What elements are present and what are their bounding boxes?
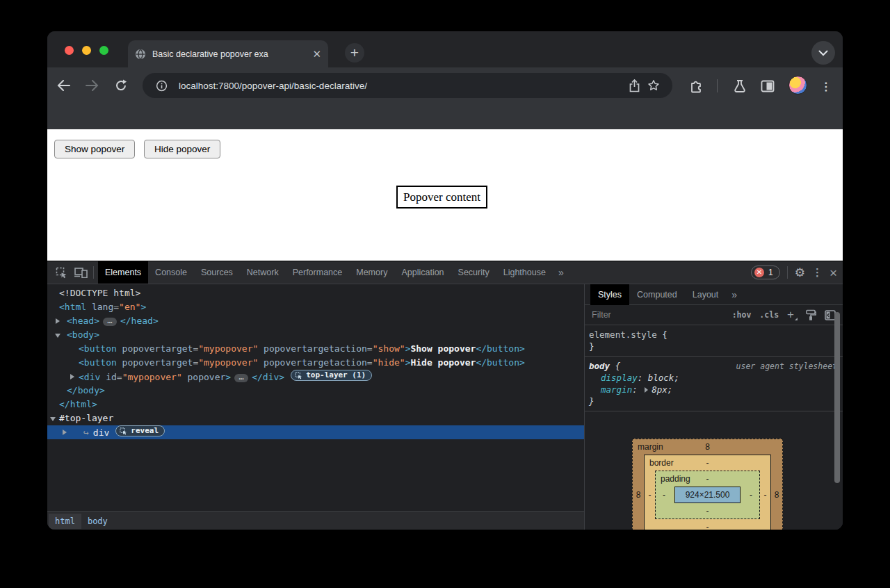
collapse-arrow-icon[interactable] — [50, 417, 56, 421]
console-error-badge[interactable]: ✕ 1 — [751, 266, 780, 279]
bookmark-star-icon[interactable] — [644, 76, 663, 95]
close-window-button[interactable] — [65, 46, 74, 55]
expand-arrow-icon[interactable] — [70, 374, 74, 379]
more-panels-chevron[interactable]: » — [553, 267, 569, 278]
dom-tree-row[interactable]: <button popovertarget="mypopover" popove… — [47, 342, 584, 356]
dom-token-tag: </button> — [476, 357, 524, 368]
url-text[interactable]: localhost:7800/popover-api/basic-declara… — [179, 81, 624, 91]
css-rule-element-style[interactable]: element.style {} — [585, 325, 843, 357]
css-selector: element.style — [589, 329, 657, 340]
devtools-tab-lighthouse[interactable]: Lighthouse — [496, 261, 553, 284]
sidebar-tab-computed[interactable]: Computed — [629, 284, 685, 305]
toggle-class-button[interactable]: .cls — [759, 310, 779, 320]
dom-tree-row[interactable]: <!DOCTYPE html> — [47, 286, 584, 300]
devtools-tab-application[interactable]: Application — [394, 261, 451, 284]
experiments-flask-icon[interactable] — [729, 75, 751, 97]
reload-button[interactable] — [109, 74, 132, 97]
share-icon[interactable] — [624, 76, 644, 95]
collapsed-content-ellipsis[interactable]: … — [103, 318, 117, 326]
devtools-tab-network[interactable]: Network — [240, 261, 286, 284]
dom-token-attr: popover — [182, 372, 226, 382]
collapsed-content-ellipsis[interactable]: … — [234, 374, 248, 382]
collapse-arrow-icon[interactable] — [55, 334, 60, 338]
browser-toolbar: localhost:7800/popover-api/basic-declara… — [47, 67, 843, 129]
forward-button[interactable] — [81, 74, 104, 97]
property-expand-arrow[interactable] — [645, 387, 648, 393]
dom-tree-row[interactable]: <head>…</head> — [47, 314, 584, 328]
box-model-diagram[interactable]: margin 8 8 border - - — [632, 439, 783, 530]
dom-token-attr: popovertarget — [117, 357, 193, 368]
devtools-toolbar: ElementsConsoleSourcesNetworkPerformance… — [47, 261, 843, 284]
dom-token-tag: </button> — [476, 343, 524, 354]
tab-close-icon[interactable]: ✕ — [312, 49, 321, 59]
devtools-tab-elements[interactable]: Elements — [98, 261, 148, 284]
css-property-margin[interactable]: margin: 8px; — [589, 384, 839, 395]
dom-token-attr: popovertarget — [117, 343, 193, 354]
devtools-tab-memory[interactable]: Memory — [349, 261, 394, 284]
devtools-right-separator — [787, 266, 788, 279]
site-info-icon[interactable] — [152, 76, 171, 95]
dom-token-val: "mypopover" — [122, 372, 182, 382]
zoom-window-button[interactable] — [99, 46, 108, 55]
back-button[interactable] — [52, 74, 75, 97]
devtools-menu-kebab-icon[interactable]: ⋮ — [812, 266, 823, 279]
sidebar-tab-styles[interactable]: Styles — [590, 284, 629, 305]
dom-token-attr: popovertargetaction — [258, 357, 367, 368]
dom-tree: <!DOCTYPE html><html lang="en"><head>…</… — [47, 286, 584, 439]
breadcrumb-item-body[interactable]: body — [81, 514, 114, 529]
border-right-value: - — [760, 490, 770, 500]
css-property-display[interactable]: display: block; — [589, 372, 839, 384]
devtools-tab-console[interactable]: Console — [148, 261, 194, 284]
reveal-badge[interactable]: reveal — [115, 425, 165, 436]
dom-tree-row[interactable]: <div id="mypopover" popover>…</div>top-l… — [47, 370, 584, 384]
dom-tree-row[interactable]: </html> — [47, 398, 584, 411]
dom-token-tag: <button — [79, 357, 117, 368]
browser-tab[interactable]: Basic declarative popover exa ✕ — [128, 40, 328, 67]
devtools-tab-security[interactable]: Security — [451, 261, 496, 284]
device-toolbar-icon[interactable] — [71, 263, 90, 281]
breadcrumb-item-html[interactable]: html — [49, 514, 81, 529]
top-layer-badge[interactable]: top-layer (1) — [291, 370, 372, 381]
browser-menu-kebab-icon[interactable]: ⋮ — [815, 75, 837, 97]
inspect-element-icon[interactable] — [51, 263, 71, 281]
sidebar-tab-layout[interactable]: Layout — [685, 284, 727, 305]
tab-search-chevron-button[interactable] — [811, 41, 835, 65]
dom-tree-row-selected[interactable]: ↪divreveal — [47, 425, 584, 439]
devtools-tab-performance[interactable]: Performance — [286, 261, 350, 284]
dom-tree-row[interactable]: </body> — [47, 384, 584, 398]
padding-right-value: - — [743, 490, 759, 500]
dom-tree-row[interactable]: <button popovertarget="mypopover" popove… — [47, 356, 584, 370]
show-popover-button[interactable]: Show popover — [54, 140, 135, 158]
devtools-close-icon[interactable]: × — [830, 266, 837, 279]
profile-avatar[interactable] — [788, 76, 807, 95]
sidebar-more-chevron[interactable]: » — [726, 289, 743, 300]
dom-tree-row[interactable]: #top-layer — [47, 411, 584, 425]
new-tab-button[interactable]: + — [345, 43, 364, 63]
devtools-toolbar-separator — [93, 266, 94, 279]
extensions-icon[interactable] — [685, 75, 707, 97]
sidebar-scrollbar[interactable] — [834, 312, 840, 483]
address-bar[interactable]: localhost:7800/popover-api/basic-declara… — [143, 73, 672, 98]
dom-tree-row[interactable]: <html lang="en"> — [47, 300, 584, 314]
toggle-hover-state-button[interactable]: :hov — [732, 310, 752, 320]
css-rule-body[interactable]: body {user agent stylesheetdisplay: bloc… — [585, 357, 843, 411]
dom-token-eq: = — [367, 357, 373, 368]
hide-popover-button[interactable]: Hide popover — [144, 140, 220, 158]
dom-token-tag: <button — [79, 343, 117, 354]
styles-sidebar: StylesComputedLayout» :hov .cls + elemen… — [584, 284, 843, 530]
rendering-brush-icon[interactable] — [805, 309, 816, 320]
dom-token-white: div — [93, 427, 109, 438]
expand-arrow-icon[interactable] — [56, 318, 60, 324]
settings-gear-icon[interactable]: ⚙ — [795, 266, 805, 280]
padding-top-value: - — [706, 474, 709, 484]
minimize-window-button[interactable] — [82, 46, 91, 55]
side-panel-icon[interactable] — [756, 75, 779, 97]
browser-window: Basic declarative popover exa ✕ + localh… — [47, 31, 843, 530]
dom-tree-row[interactable]: <body> — [47, 328, 584, 342]
expand-arrow-icon[interactable] — [63, 430, 67, 435]
box-model-content-size: 924×21.500 — [674, 487, 741, 503]
styles-filter-input[interactable] — [590, 309, 724, 320]
new-style-rule-button[interactable]: + — [787, 309, 797, 320]
dom-token-attr: lang — [86, 302, 113, 312]
devtools-tab-sources[interactable]: Sources — [194, 261, 240, 284]
